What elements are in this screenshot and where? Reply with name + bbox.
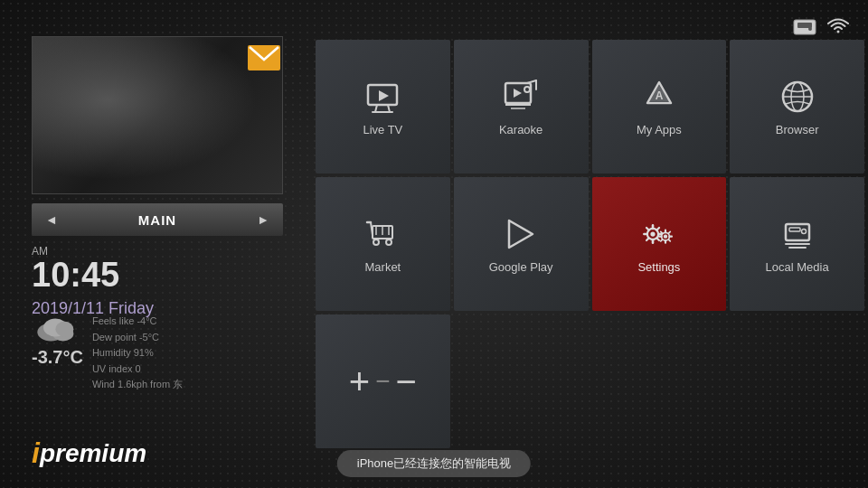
left-panel: ◄ MAIN ► AM 10:45 2019/1/11 Friday -3.7°… [0,0,312,488]
svg-line-51 [668,231,670,233]
svg-line-50 [668,239,670,241]
weather-icon-area: -3.7°C [32,312,83,368]
market-label: Market [365,260,401,274]
time-display: 10:45 [32,257,283,295]
channel-label: MAIN [138,212,176,228]
minus-icon: − [396,361,417,402]
market-item[interactable]: Market [316,177,450,311]
settings-icon [640,215,678,253]
app-grid: Live TV Karaoke A My Apps [312,36,868,452]
email-icon[interactable] [248,45,280,70]
browser-icon [778,78,816,116]
channel-prev-button[interactable]: ◄ [45,212,58,227]
my-apps-item[interactable]: A My Apps [592,40,727,174]
temperature-display: -3.7°C [32,347,83,368]
karaoke-item[interactable]: Karaoke [454,40,589,174]
svg-point-2 [808,27,812,31]
google-play-item[interactable]: Google Play [454,177,589,311]
svg-point-44 [664,234,667,238]
channel-next-button[interactable]: ► [257,212,269,227]
dew-point: Dew point -5°C [92,330,183,346]
plus-icon: + [349,361,370,402]
svg-marker-32 [509,221,533,248]
feels-like: Feels like -4°C [92,314,183,330]
status-icons [792,16,850,40]
svg-line-40 [656,238,659,240]
local-media-label: Local Media [766,260,829,274]
live-tv-label: Live TV [363,123,402,136]
uv-index: UV index 0 [92,361,183,378]
zoom-item[interactable]: + − − [316,314,450,448]
market-icon [363,215,401,253]
weather-area: -3.7°C Feels like -4°C Dew point -5°C Hu… [32,312,283,393]
plus-minus-icons: + − − [349,361,417,402]
browser-label: Browser [776,123,819,136]
wind: Wind 1.6kph from 东 [92,377,183,393]
live-tv-item[interactable]: Live TV [316,40,450,174]
separator: − [375,367,390,396]
svg-point-27 [373,239,379,245]
svg-line-39 [646,228,649,230]
my-apps-label: My Apps [637,123,682,136]
logo-premium: premium [40,439,146,468]
notification-text: iPhone已经连接您的智能电视 [357,456,511,470]
browser-item[interactable]: Browser [730,40,864,174]
humidity: Humidity 91% [92,345,183,361]
svg-marker-14 [514,89,522,98]
media-icon [778,215,816,253]
weather-details: Feels like -4°C Dew point -5°C Humidity … [92,312,183,393]
play-icon [502,215,540,253]
google-play-label: Google Play [489,260,553,274]
local-media-item[interactable]: Local Media [730,177,864,311]
logo: i premium [32,436,146,470]
svg-line-15 [527,80,536,83]
video-preview [32,36,283,194]
karaoke-icon [502,78,540,116]
cloud-icon [34,312,80,343]
logo-i: i [32,436,40,470]
karaoke-label: Karaoke [499,123,542,136]
svg-marker-12 [379,90,389,101]
svg-line-42 [646,238,649,240]
svg-point-34 [650,231,655,236]
svg-point-7 [56,322,74,337]
notification-bar: iPhone已经连接您的智能电视 [337,450,531,477]
datetime-area: AM 10:45 2019/1/11 Friday [32,246,283,318]
svg-point-17 [524,87,530,92]
channel-controls[interactable]: ◄ MAIN ► [32,203,283,236]
svg-line-52 [661,239,663,241]
svg-line-41 [656,228,659,230]
disk-icon [792,16,817,40]
svg-text:A: A [656,89,664,102]
svg-point-55 [801,229,806,233]
settings-label: Settings [637,260,680,274]
settings-item[interactable]: Settings [592,177,727,311]
svg-point-28 [386,239,392,245]
tv-icon [363,78,401,116]
wifi-icon [826,17,850,39]
apps-icon: A [640,78,678,116]
svg-line-49 [661,231,663,233]
svg-rect-54 [789,228,800,231]
